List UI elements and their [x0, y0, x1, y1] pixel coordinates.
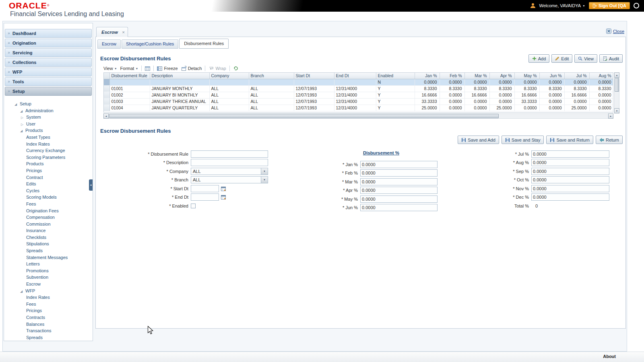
view-menu[interactable]: View ▼	[103, 66, 117, 71]
tree-item-insurance[interactable]: Insurance	[4, 227, 93, 234]
tree-item-spreads[interactable]: Spreads	[4, 247, 93, 254]
tree-item-cycles[interactable]: Cycles	[4, 187, 93, 194]
close-button[interactable]: Close	[606, 29, 624, 34]
column-header-mar[interactable]: Mar %	[464, 73, 489, 79]
tree-item-wfp[interactable]: ◢WFP	[4, 288, 93, 294]
end-dt-input[interactable]	[191, 193, 219, 201]
tree-item-escrow[interactable]: Escrow	[4, 281, 93, 288]
column-header-description[interactable]: Description	[150, 73, 209, 79]
feb-input[interactable]	[360, 169, 438, 177]
column-header-end-dt[interactable]: End Dt	[334, 73, 376, 79]
return-button[interactable]: Return	[596, 136, 623, 144]
mar-input[interactable]	[360, 178, 438, 185]
column-header-apr[interactable]: Apr %	[489, 73, 514, 79]
column-header-aug[interactable]: Aug %	[589, 73, 613, 79]
company-select[interactable]: ALL ▼	[191, 168, 268, 175]
column-header-company[interactable]: Company	[209, 73, 249, 79]
oct-input[interactable]	[531, 176, 609, 183]
tree-item-subvention[interactable]: Subvention	[4, 274, 93, 281]
sidebar-item-wfp[interactable]: »WFP	[5, 68, 92, 76]
column-header-may[interactable]: May %	[514, 73, 539, 79]
scroll-thumb[interactable]	[615, 78, 619, 92]
column-header-start-dt[interactable]: Start Dt	[294, 73, 334, 79]
sign-out-button[interactable]: Sign Out [QA	[589, 2, 630, 9]
tab-shortage-cushion-rules[interactable]: Shortage/Cushion Rules	[122, 39, 178, 49]
sidebar-item-servicing[interactable]: »Servicing	[5, 48, 92, 57]
tree-item-setup[interactable]: ◢Setup	[4, 101, 93, 107]
format-menu[interactable]: Format ▼	[120, 66, 138, 71]
may-input[interactable]	[360, 195, 438, 203]
row-selector[interactable]	[104, 98, 109, 105]
audit-button[interactable]: Audit	[599, 54, 623, 63]
branch-select[interactable]: ALL ▼	[191, 176, 268, 183]
tree-item-checklists[interactable]: Checklists	[4, 234, 93, 241]
aug-input[interactable]	[531, 159, 609, 166]
tree-item-balances[interactable]: Balances	[4, 321, 93, 328]
row-selector[interactable]	[104, 105, 109, 111]
apr-input[interactable]	[360, 187, 438, 194]
row-selector[interactable]	[104, 92, 109, 98]
table-row[interactable]: 01002JANUARY BI MONTHLYALLALL12/07/19931…	[104, 92, 613, 98]
tab-escrow[interactable]: Escrow	[97, 39, 121, 49]
table-row[interactable]: 01004JANUARY QUARTERLYALLALL12/07/199312…	[104, 105, 613, 111]
wrap-button[interactable]: Wrap	[208, 66, 226, 71]
table-row[interactable]: N0.00000.00000.00000.00000.00000.00000.0…	[104, 79, 613, 85]
scroll-right-button[interactable]: ►	[608, 113, 613, 119]
sidebar-item-origination[interactable]: »Origination	[5, 39, 92, 47]
tree-item-letters[interactable]: Letters	[4, 261, 93, 267]
about-link[interactable]: About	[603, 354, 616, 359]
tree-item-scoring-parameters[interactable]: Scoring Parameters	[4, 154, 93, 161]
add-button[interactable]: Add	[528, 54, 550, 63]
view-button[interactable]: View	[574, 54, 597, 63]
table-row[interactable]: 01001JANUARY MONTHLYALLALL12/07/199312/3…	[104, 85, 613, 92]
column-header-disbursement-rule[interactable]: Disbursement Rule	[109, 73, 150, 79]
tab-disbursement-rules[interactable]: Disbursement Rules	[179, 39, 229, 49]
sep-input[interactable]	[531, 168, 609, 175]
scroll-thumb[interactable]	[109, 114, 499, 118]
detach-button[interactable]: Detach	[181, 66, 202, 71]
start-dt-input[interactable]	[191, 185, 219, 192]
tree-item-origination-fees[interactable]: Origination Fees	[4, 208, 93, 214]
sidebar-item-tools[interactable]: »Tools	[5, 77, 92, 86]
tree-item-commission[interactable]: Commission	[4, 221, 93, 228]
sidebar-item-collections[interactable]: »Collections	[5, 58, 92, 67]
scroll-track[interactable]	[614, 78, 619, 108]
jun-input[interactable]	[360, 204, 438, 211]
tree-item-asset-types[interactable]: Asset Types	[4, 134, 93, 141]
tree-item-compensation[interactable]: Compensation	[4, 214, 93, 221]
tree-item-system[interactable]: ▷System	[4, 114, 93, 121]
nov-input[interactable]	[531, 185, 609, 192]
save-and-stay-button[interactable]: Save and Stay	[502, 136, 544, 144]
tree-item-contract[interactable]: Contract	[4, 174, 93, 181]
tree-item-statement-messages[interactable]: Statement Messages	[4, 254, 93, 261]
tree-item-fees[interactable]: Fees	[4, 301, 93, 308]
column-header-branch[interactable]: Branch	[249, 73, 294, 79]
column-header-jan[interactable]: Jan %	[415, 73, 440, 79]
tree-item-products[interactable]: Products	[4, 160, 93, 167]
enabled-checkbox[interactable]	[191, 204, 196, 208]
column-header-enabled[interactable]: Enabled	[376, 73, 415, 79]
edit-button[interactable]: Edit	[551, 54, 572, 63]
tree-item-currency-exchange[interactable]: Currency Exchange	[4, 147, 93, 154]
jul-input[interactable]	[531, 150, 609, 158]
query-by-example-button[interactable]	[145, 66, 150, 71]
accessibility-icon[interactable]	[634, 3, 639, 8]
scroll-track[interactable]	[109, 113, 608, 119]
refresh-button[interactable]	[233, 66, 239, 71]
tree-item-transactions[interactable]: Transactions	[4, 327, 93, 334]
column-header-feb[interactable]: Feb %	[440, 73, 464, 79]
end-dt-calendar-button[interactable]	[221, 194, 226, 200]
freeze-button[interactable]: Freeze	[157, 66, 178, 71]
row-selector[interactable]	[104, 85, 109, 92]
scroll-down-button[interactable]: ▼	[614, 108, 619, 113]
row-selector[interactable]	[104, 79, 109, 85]
save-and-return-button[interactable]: Save and Return	[546, 136, 593, 144]
tree-item-index-rates[interactable]: Index Rates	[4, 294, 93, 301]
scroll-left-button[interactable]: ◄	[103, 113, 109, 119]
tree-item-user[interactable]: ▷User	[4, 121, 93, 128]
column-header-jun[interactable]: Jun %	[539, 73, 564, 79]
tree-item-index-rates[interactable]: Index Rates	[4, 141, 93, 148]
tab-close-icon[interactable]: ×	[122, 27, 125, 37]
tree-item-fees[interactable]: Fees	[4, 201, 93, 208]
description-input[interactable]	[191, 159, 268, 166]
